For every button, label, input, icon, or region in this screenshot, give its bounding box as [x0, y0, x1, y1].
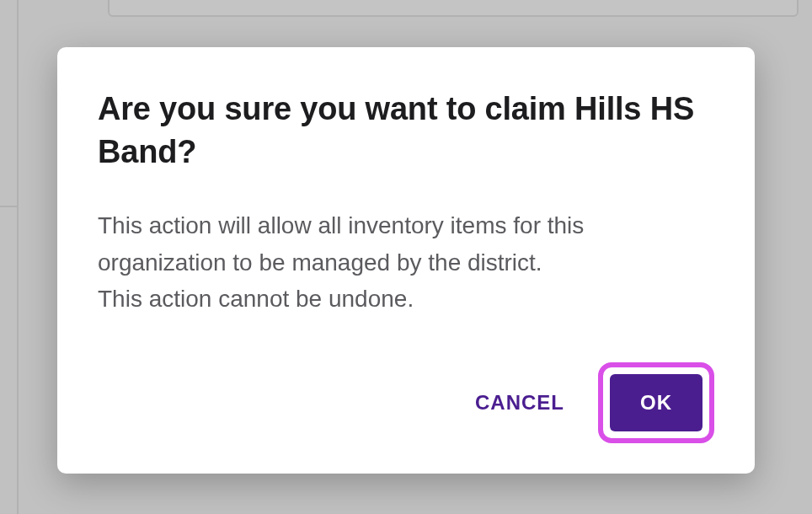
- confirm-dialog: Are you sure you want to claim Hills HS …: [57, 47, 755, 474]
- cancel-button[interactable]: CANCEL: [465, 376, 574, 430]
- dialog-title: Are you sure you want to claim Hills HS …: [98, 88, 714, 174]
- dialog-body: This action will allow all inventory ite…: [98, 207, 714, 317]
- modal-overlay: Are you sure you want to claim Hills HS …: [0, 0, 812, 514]
- ok-button[interactable]: OK: [610, 374, 702, 431]
- ok-button-highlight: OK: [598, 362, 714, 443]
- dialog-body-line2: This action cannot be undone.: [98, 281, 714, 317]
- dialog-actions: CANCEL OK: [98, 362, 714, 443]
- dialog-body-line1: This action will allow all inventory ite…: [98, 207, 714, 281]
